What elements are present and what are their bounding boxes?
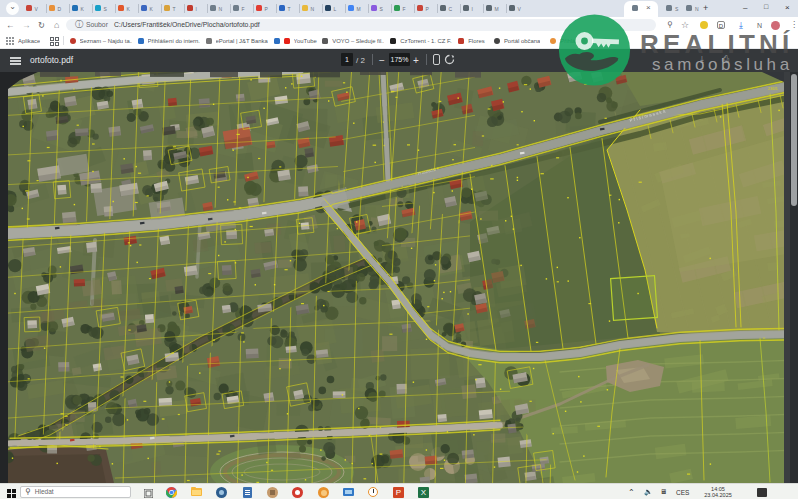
svg-text:236/1: 236/1 [768, 86, 779, 91]
